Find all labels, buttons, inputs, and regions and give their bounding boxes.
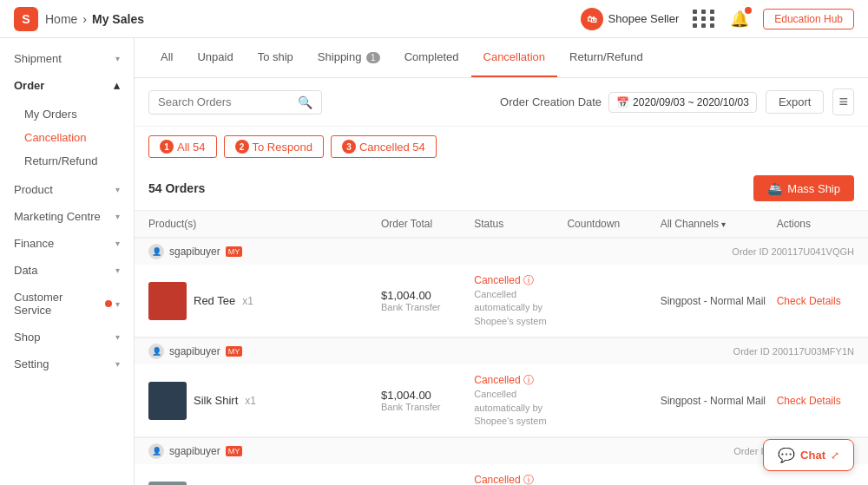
logo-icon: S xyxy=(22,12,30,26)
chat-expand-icon: ⤢ xyxy=(831,449,839,462)
order-status-0: Cancelled ⓘ Cancelled automatically bySh… xyxy=(474,273,567,328)
search-icon[interactable]: 🔍 xyxy=(298,95,312,109)
chevron-down-icon: ▾ xyxy=(115,54,120,63)
orders-count: 54 Orders xyxy=(148,181,205,195)
chevron-up-icon: ▴ xyxy=(114,79,120,92)
mass-ship-label: Mass Ship xyxy=(787,182,840,195)
sidebar-item-customer-service[interactable]: Customer Service ▾ xyxy=(0,284,134,324)
product-thumbnail-2 xyxy=(148,482,187,485)
shipping-badge: 1 xyxy=(366,52,380,63)
check-details-link-0[interactable]: Check Details xyxy=(777,295,841,307)
product-qty-0: x1 xyxy=(242,295,253,307)
product-name-1: Silk Shirt xyxy=(194,394,238,407)
tab-all[interactable]: All xyxy=(148,38,185,77)
buyer-avatar-1: 👤 xyxy=(148,344,164,359)
sidebar-item-setting-label: Setting xyxy=(14,357,49,370)
col-product-1: Silk Shirt x1 xyxy=(148,382,381,420)
tab-to-ship[interactable]: To ship xyxy=(246,38,306,77)
date-input[interactable]: 📅 2020/09/03 ~ 2020/10/03 xyxy=(608,92,757,113)
order-status-2: Cancelled ⓘ Cancelled automatically bySh… xyxy=(474,473,567,485)
sidebar-item-shop[interactable]: Shop ▾ xyxy=(0,324,134,351)
check-details-link-1[interactable]: Check Details xyxy=(777,395,841,407)
channel-dropdown-icon[interactable]: ▾ xyxy=(721,220,726,229)
sidebar-item-shipment-label: Shipment xyxy=(14,52,62,65)
sidebar-item-product-label: Product xyxy=(14,183,53,196)
sidebar-item-finance[interactable]: Finance ▾ xyxy=(0,230,134,257)
sidebar-item-customer-label: Customer Service xyxy=(14,291,102,317)
chat-button[interactable]: 💬 Chat ⤢ xyxy=(763,439,854,471)
tab-shipping[interactable]: Shipping 1 xyxy=(306,38,392,77)
sidebar: Shipment ▾ Order ▴ My Orders Cancellatio… xyxy=(0,38,135,485)
order-buyer-row-0: 👤 sgapibuyer MY Order ID 200117U041VQGH xyxy=(135,238,868,265)
home-link[interactable]: Home xyxy=(45,12,77,26)
table-header: Product(s) Order Total Status Countdown … xyxy=(135,210,868,238)
sidebar-item-return-refund[interactable]: Return/Refund xyxy=(0,149,134,173)
tab-cancellation[interactable]: Cancellation xyxy=(471,38,558,77)
order-group-1: 👤 sgapibuyer MY Order ID 200117U03MFY1N … xyxy=(135,338,868,437)
cancelled-badge-0: Cancelled ⓘ xyxy=(474,273,567,288)
order-item-row-2: Long pants x1 $1,004.00 Bank Transfer Ca… xyxy=(135,464,868,485)
order-label: Order xyxy=(14,79,44,92)
chevron-down-icon: ▾ xyxy=(115,239,120,248)
sidebar-item-product[interactable]: Product ▾ xyxy=(0,176,134,203)
sidebar-item-shop-label: Shop xyxy=(14,331,40,344)
sub-tab-all[interactable]: 1 All 54 xyxy=(148,135,217,158)
col-header-actions: Actions xyxy=(777,218,854,230)
chevron-down-icon: ▾ xyxy=(115,299,120,309)
order-submenu: My Orders Cancellation Return/Refund xyxy=(0,99,134,176)
sidebar-item-cancellation[interactable]: Cancellation xyxy=(0,126,134,149)
shopee-seller-icon: 🛍 xyxy=(581,8,603,30)
date-label: Order Creation Date xyxy=(500,95,602,108)
order-channel-0: Singpost - Normal Mail xyxy=(661,295,777,307)
education-hub-button[interactable]: Education Hub xyxy=(763,9,854,29)
col-header-products: Product(s) xyxy=(148,218,381,230)
col-header-total: Order Total xyxy=(381,218,474,230)
customer-badge xyxy=(105,300,112,307)
sidebar-item-shipment[interactable]: Shipment ▾ xyxy=(0,45,134,72)
sidebar-item-setting[interactable]: Setting ▾ xyxy=(0,351,134,377)
col-product-2: Long pants x1 xyxy=(148,482,381,485)
sidebar-item-finance-label: Finance xyxy=(14,237,54,250)
main-layout: Shipment ▾ Order ▴ My Orders Cancellatio… xyxy=(0,38,868,485)
tab-return-refund[interactable]: Return/Refund xyxy=(557,38,655,77)
sub-tab-all-label: All 54 xyxy=(177,141,206,154)
orders-header: 54 Orders 🚢 Mass Ship xyxy=(135,167,868,210)
buyer-info-2: 👤 sgapibuyer MY xyxy=(148,443,242,459)
order-item-row-0: Red Tee x1 $1,004.00 Bank Transfer Cance… xyxy=(135,265,868,337)
menu-icon[interactable]: ≡ xyxy=(832,88,854,115)
sidebar-item-my-orders[interactable]: My Orders xyxy=(0,102,134,126)
ship-icon: 🚢 xyxy=(767,181,782,195)
price-0: $1,004.00 xyxy=(381,289,474,302)
notification-bell[interactable]: 🔔 xyxy=(730,10,749,29)
apps-grid-icon[interactable] xyxy=(693,10,716,28)
search-input[interactable] xyxy=(158,95,298,108)
export-button[interactable]: Export xyxy=(766,90,825,114)
order-buyer-row-1: 👤 sgapibuyer MY Order ID 200117U03MFY1N xyxy=(135,338,868,364)
sub-tabs: 1 All 54 2 To Respond 3 Cancelled 54 xyxy=(135,127,868,167)
order-channel-1: Singpost - Normal Mail xyxy=(661,395,777,407)
tab-completed[interactable]: Completed xyxy=(392,38,471,77)
date-filter: Order Creation Date 📅 2020/09/03 ~ 2020/… xyxy=(500,92,757,113)
order-total-0: $1,004.00 Bank Transfer xyxy=(381,289,474,312)
col-header-channel[interactable]: All Channels ▾ xyxy=(661,218,777,230)
sub-tab-cancelled[interactable]: 3 Cancelled 54 xyxy=(331,135,437,158)
product-thumbnail-0 xyxy=(148,282,187,320)
chevron-down-icon: ▾ xyxy=(115,185,120,194)
payment-method-0: Bank Transfer xyxy=(381,302,474,312)
breadcrumb-separator: › xyxy=(82,12,87,26)
order-buyer-row-2: 👤 sgapibuyer MY Order ID 200117U01GU4D8 xyxy=(135,437,868,464)
mass-ship-button[interactable]: 🚢 Mass Ship xyxy=(753,175,854,201)
buyer-info-1: 👤 sgapibuyer MY xyxy=(148,344,242,359)
sidebar-item-marketing-label: Marketing Centre xyxy=(14,210,101,223)
shopee-logo[interactable]: S xyxy=(14,7,38,31)
order-group-0: 👤 sgapibuyer MY Order ID 200117U041VQGH … xyxy=(135,238,868,338)
sidebar-item-order[interactable]: Order ▴ xyxy=(0,72,134,99)
sub-tab-to-respond[interactable]: 2 To Respond xyxy=(224,135,324,158)
sidebar-item-data[interactable]: Data ▾ xyxy=(0,257,134,284)
content-card: All Unpaid To ship Shipping 1 Completed … xyxy=(135,38,868,485)
sidebar-item-marketing[interactable]: Marketing Centre ▾ xyxy=(0,203,134,230)
order-actions-0: Check Details xyxy=(777,294,854,307)
order-item-row-1: Silk Shirt x1 $1,004.00 Bank Transfer Ca… xyxy=(135,364,868,436)
tab-unpaid[interactable]: Unpaid xyxy=(185,38,245,77)
search-box[interactable]: 🔍 xyxy=(148,90,322,115)
